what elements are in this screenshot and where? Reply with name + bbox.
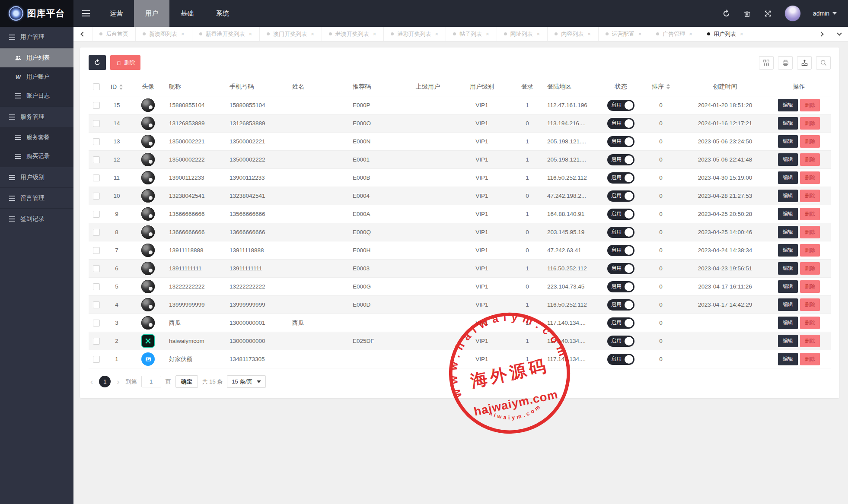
edit-button[interactable]: 编辑 [778, 280, 798, 293]
sort-icon[interactable] [119, 84, 123, 90]
status-toggle[interactable]: 启用 [607, 227, 634, 238]
edit-button[interactable]: 编辑 [778, 208, 798, 220]
trash-icon[interactable] [743, 9, 752, 18]
row-checkbox[interactable] [93, 356, 100, 363]
status-toggle[interactable]: 启用 [607, 281, 634, 292]
status-toggle[interactable]: 启用 [607, 100, 634, 111]
row-checkbox[interactable] [93, 156, 100, 163]
sidebar-section-3[interactable]: 留言管理 [0, 187, 73, 208]
status-toggle[interactable]: 启用 [607, 136, 634, 147]
status-toggle[interactable]: 启用 [607, 209, 634, 220]
tab-6[interactable]: 帖子列表× [446, 27, 497, 41]
columns-icon[interactable] [759, 56, 774, 70]
status-toggle[interactable]: 启用 [607, 172, 634, 184]
status-toggle[interactable]: 启用 [607, 118, 634, 129]
tab-close-icon[interactable]: × [434, 31, 439, 37]
edit-button[interactable]: 编辑 [778, 226, 798, 238]
topnav-item-1[interactable]: 用户 [134, 0, 169, 27]
sidebar-item-0-1[interactable]: W用户账户 [0, 67, 73, 86]
sidebar-section-4[interactable]: 签到记录 [0, 208, 73, 229]
edit-button[interactable]: 编辑 [778, 353, 798, 365]
tab-close-icon[interactable]: × [181, 31, 185, 37]
status-toggle[interactable]: 启用 [607, 263, 634, 274]
row-checkbox[interactable] [93, 138, 100, 145]
tab-close-icon[interactable]: × [485, 31, 490, 37]
edit-button[interactable]: 编辑 [778, 262, 798, 275]
row-checkbox[interactable] [93, 211, 100, 218]
edit-button[interactable]: 编辑 [778, 190, 798, 202]
search-icon[interactable] [816, 56, 831, 70]
avatar[interactable] [784, 5, 801, 22]
delete-button[interactable]: 删除 [800, 226, 820, 238]
tab-close-icon[interactable]: × [587, 31, 591, 37]
row-checkbox[interactable] [93, 320, 100, 326]
delete-button[interactable]: 删除 [800, 190, 820, 202]
edit-button[interactable]: 编辑 [778, 153, 798, 166]
status-toggle[interactable]: 启用 [607, 245, 634, 256]
tabs-scroll-right-button[interactable] [812, 27, 830, 41]
refresh-icon[interactable] [722, 9, 731, 18]
status-toggle[interactable]: 启用 [607, 354, 634, 365]
status-toggle[interactable]: 启用 [607, 299, 634, 311]
tab-3[interactable]: 澳门开奖列表× [260, 27, 322, 41]
status-toggle[interactable]: 启用 [607, 317, 634, 329]
row-checkbox[interactable] [93, 247, 100, 254]
tab-11[interactable]: 用户列表× [700, 27, 751, 41]
tab-close-icon[interactable]: × [689, 31, 693, 37]
tab-close-icon[interactable]: × [373, 31, 377, 37]
edit-button[interactable]: 编辑 [778, 135, 798, 148]
row-checkbox[interactable] [93, 193, 100, 200]
tab-5[interactable]: 港彩开奖列表× [384, 27, 446, 41]
tab-10[interactable]: 广告管理× [649, 27, 700, 41]
sidebar-item-1-0[interactable]: 服务套餐 [0, 128, 73, 147]
sort-icon[interactable] [666, 84, 670, 89]
next-page-button[interactable]: › [115, 377, 121, 386]
delete-button[interactable]: 删除 [800, 99, 820, 111]
refresh-table-button[interactable] [89, 55, 106, 70]
fullscreen-icon[interactable] [764, 9, 772, 18]
delete-button[interactable]: 删除 [800, 117, 820, 130]
delete-button[interactable]: 删除 [800, 153, 820, 166]
user-menu[interactable]: admin [813, 10, 837, 17]
tab-7[interactable]: 网址列表× [497, 27, 548, 41]
tab-1[interactable]: 新澳图列表× [136, 27, 192, 41]
delete-button[interactable]: 删除 [800, 280, 820, 293]
edit-button[interactable]: 编辑 [778, 298, 798, 311]
sidebar-item-1-1[interactable]: 购买记录 [0, 147, 73, 166]
delete-button[interactable]: 删除 [800, 244, 820, 257]
row-checkbox[interactable] [93, 174, 100, 181]
tab-9[interactable]: 运营配置× [599, 27, 650, 41]
tab-close-icon[interactable]: × [536, 31, 541, 37]
edit-button[interactable]: 编辑 [778, 335, 798, 347]
delete-button[interactable]: 删除 [800, 353, 820, 365]
tabs-menu-button[interactable] [830, 27, 848, 41]
row-checkbox[interactable] [93, 229, 100, 236]
print-icon[interactable] [778, 56, 793, 70]
sidebar-item-0-0[interactable]: 用户列表 [0, 48, 73, 67]
delete-button[interactable]: 删除 [800, 208, 820, 220]
page-number-button[interactable]: 1 [99, 376, 111, 387]
tab-2[interactable]: 新香港开奖列表× [192, 27, 260, 41]
tab-close-icon[interactable]: × [638, 31, 642, 37]
delete-button[interactable]: 删除 [800, 335, 820, 347]
collapse-sidebar-button[interactable] [73, 0, 99, 27]
export-icon[interactable] [797, 56, 812, 70]
tab-close-icon[interactable]: × [740, 31, 744, 37]
row-checkbox[interactable] [93, 120, 100, 127]
tab-close-icon[interactable]: × [310, 31, 315, 37]
goto-page-input[interactable] [141, 376, 161, 387]
sidebar-section-1[interactable]: 服务管理 [0, 106, 73, 127]
delete-button[interactable]: 删除 [800, 298, 820, 311]
tab-4[interactable]: 老澳开奖列表× [322, 27, 384, 41]
delete-button[interactable]: 删除 [800, 171, 820, 184]
row-checkbox[interactable] [93, 301, 100, 308]
row-checkbox[interactable] [93, 283, 100, 290]
tab-0[interactable]: 后台首页 [92, 27, 136, 41]
edit-button[interactable]: 编辑 [778, 317, 798, 329]
topnav-item-2[interactable]: 基础 [169, 0, 205, 27]
status-toggle[interactable]: 启用 [607, 154, 634, 165]
edit-button[interactable]: 编辑 [778, 99, 798, 111]
tab-close-icon[interactable]: × [249, 31, 253, 37]
topnav-item-3[interactable]: 系统 [205, 0, 240, 27]
status-toggle[interactable]: 启用 [607, 336, 634, 347]
